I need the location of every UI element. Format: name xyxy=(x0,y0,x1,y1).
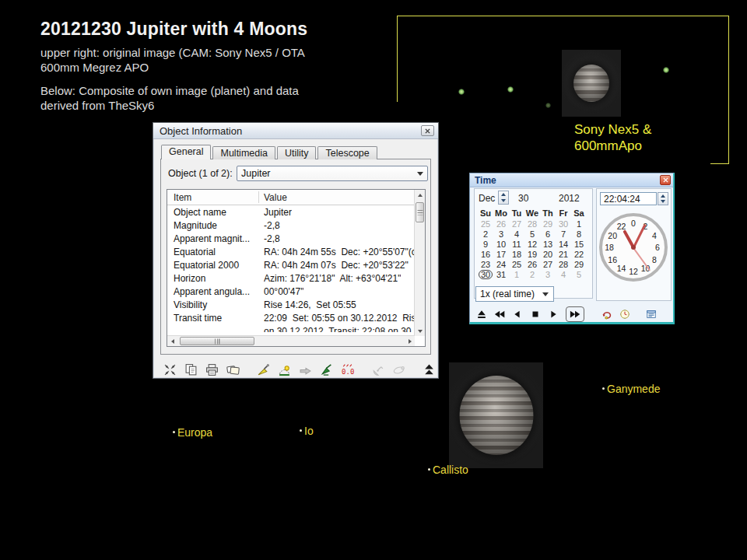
copy-icon[interactable] xyxy=(184,362,198,377)
calendar-day[interactable]: 17 xyxy=(496,250,506,259)
close-icon[interactable] xyxy=(660,175,671,185)
calendar-day[interactable]: 21 xyxy=(559,250,568,259)
calendar-day[interactable]: 31 xyxy=(496,270,506,279)
tab-utility[interactable]: Utility xyxy=(277,146,317,159)
calendar-day[interactable]: 10 xyxy=(496,240,506,249)
calendar-day[interactable]: 22 xyxy=(574,250,584,259)
satellite-disabled-icon[interactable] xyxy=(371,362,384,377)
calendar-day[interactable]: 24 xyxy=(496,260,506,269)
table-row[interactable]: EquatorialRA: 04h 24m 55s Dec: +20°55'07… xyxy=(168,245,414,258)
table-header: Item Value xyxy=(167,190,415,205)
calendar-day[interactable]: 14 xyxy=(559,240,568,249)
tab-general[interactable]: General xyxy=(161,145,211,159)
time-spinner[interactable] xyxy=(658,192,668,205)
horizontal-scroll-thumb[interactable] xyxy=(180,337,254,345)
scroll-up-icon[interactable] xyxy=(415,190,425,200)
calendar-day[interactable]: 28 xyxy=(559,260,568,269)
scroll-right-icon[interactable] xyxy=(405,336,415,346)
calendar-day[interactable]: 5 xyxy=(577,270,581,279)
calendar-day[interactable]: 25 xyxy=(512,260,521,269)
sun-plot-icon[interactable] xyxy=(278,362,291,377)
calendar-day[interactable]: 4 xyxy=(561,270,566,279)
calendar-day[interactable]: 27 xyxy=(543,260,552,269)
calendar-day[interactable]: 19 xyxy=(528,250,537,259)
table-row[interactable]: VisibilityRise 14:26, Set 05:55 xyxy=(168,298,414,311)
cards-icon[interactable] xyxy=(226,362,240,377)
table-row[interactable]: on 30.12.2012 Transit: 22:08 on 30.12.20 xyxy=(168,324,414,332)
calendar-day[interactable]: 2 xyxy=(530,270,535,279)
horizontal-scrollbar[interactable] xyxy=(167,335,415,346)
loop-button[interactable] xyxy=(601,309,612,320)
weekday-label: Fr xyxy=(559,208,568,219)
calendar-day[interactable]: 23 xyxy=(481,260,490,269)
table-row[interactable]: Magnitude-2,8 xyxy=(168,219,414,232)
object-select[interactable]: Jupiter xyxy=(237,166,428,181)
step-back-button[interactable] xyxy=(512,309,523,320)
calendar-day[interactable]: 7 xyxy=(561,229,566,239)
notes-button[interactable] xyxy=(646,309,657,320)
calendar-day[interactable]: 4 xyxy=(514,229,519,239)
calendar-day[interactable]: 8 xyxy=(577,229,581,239)
tab-telescope[interactable]: Telescope xyxy=(317,146,377,159)
tab-multimedia[interactable]: Multimedia xyxy=(212,146,275,159)
orbit-disabled-icon[interactable] xyxy=(392,362,405,377)
calendar-day[interactable]: 20 xyxy=(543,250,552,259)
composite-astronomy-image: 20121230 Jupiter with 4 Moons upper righ… xyxy=(0,0,747,560)
calendar-day[interactable]: 2 xyxy=(483,229,488,239)
close-icon[interactable] xyxy=(421,125,434,136)
calendar-day[interactable]: 28 xyxy=(528,219,537,229)
decimal-icon[interactable]: 0.0 xyxy=(341,362,354,377)
eject-button[interactable] xyxy=(476,309,487,320)
object-information-titlebar[interactable]: Object Information xyxy=(153,123,438,139)
arrow-disabled-icon[interactable] xyxy=(299,362,312,377)
calendar-day[interactable]: 3 xyxy=(545,270,550,279)
calendar-day[interactable]: 15 xyxy=(574,240,584,249)
calendar-day[interactable]: 18 xyxy=(512,250,521,259)
calendar-day[interactable]: 1 xyxy=(577,219,581,229)
calendar-day[interactable]: 30 xyxy=(559,219,568,229)
clock-number: 16 xyxy=(608,255,617,264)
table-row[interactable]: HorizonAzim: 176°21'18" Alt: +63°04'21" xyxy=(168,271,414,285)
table-row[interactable]: Apparent magnit...-2,8 xyxy=(168,232,414,245)
scroll-down-icon[interactable] xyxy=(415,326,425,336)
dialog-title: Time xyxy=(475,175,496,186)
play-button[interactable] xyxy=(548,309,559,320)
calendar-day[interactable]: 25 xyxy=(481,219,490,229)
calendar-day[interactable]: 30 xyxy=(479,270,493,279)
table-row[interactable]: Transit time22:09 Set: 05:55 on 30.12.20… xyxy=(168,311,414,324)
calendar-day[interactable]: 12 xyxy=(528,240,537,249)
calendar-day[interactable]: 26 xyxy=(496,219,506,229)
calendar-day[interactable]: 9 xyxy=(483,240,488,249)
calendar-day[interactable]: 16 xyxy=(481,250,490,259)
calendar-day[interactable]: 13 xyxy=(543,240,552,249)
calendar-day[interactable]: 3 xyxy=(499,229,503,239)
table-row[interactable]: Apparent angula...00°00'47" xyxy=(168,285,414,298)
calendar-day[interactable]: 11 xyxy=(512,240,521,249)
table-row[interactable]: Object nameJupiter xyxy=(168,205,414,219)
scroll-left-icon[interactable] xyxy=(167,336,177,346)
rewind-button[interactable] xyxy=(494,309,505,320)
calendar-day[interactable]: 1 xyxy=(514,270,519,279)
telescope-icon[interactable] xyxy=(320,362,333,377)
vertical-scrollbar[interactable] xyxy=(414,190,425,336)
slew-icon[interactable] xyxy=(257,362,270,377)
center-icon[interactable] xyxy=(163,362,177,377)
fast-forward-button[interactable] xyxy=(566,306,584,322)
rate-select[interactable]: 1x (real time) xyxy=(475,286,554,302)
print-icon[interactable] xyxy=(205,362,219,377)
month-spinner[interactable] xyxy=(498,191,509,205)
clock-reset-button[interactable] xyxy=(619,309,630,320)
calendar-day[interactable]: 27 xyxy=(512,219,521,229)
stop-button[interactable] xyxy=(530,309,541,320)
collapse-up-icon[interactable] xyxy=(423,362,436,377)
table-row[interactable]: Equatorial 2000RA: 04h 24m 07s Dec: +20°… xyxy=(168,258,414,271)
calendar-day[interactable]: 5 xyxy=(530,229,535,239)
calendar-day[interactable]: 29 xyxy=(574,260,584,269)
calendar-day[interactable]: 29 xyxy=(543,219,552,229)
time-input[interactable]: 22:04:24 xyxy=(600,192,657,205)
chevron-down-icon xyxy=(417,172,423,176)
calendar-day[interactable]: 26 xyxy=(528,260,537,269)
time-titlebar[interactable]: Time xyxy=(470,173,673,187)
vertical-scroll-thumb[interactable] xyxy=(416,202,424,222)
calendar-day[interactable]: 6 xyxy=(545,229,550,239)
